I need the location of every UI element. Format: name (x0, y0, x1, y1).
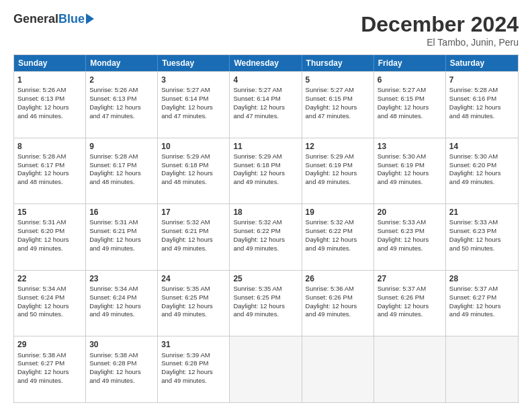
daylight-text: Daylight: 12 hours (306, 302, 357, 310)
daylight-text: Daylight: 12 hours (233, 103, 285, 111)
sunrise-text: Sunrise: 5:38 AM (17, 351, 66, 359)
daylight-text: Daylight: 12 hours (161, 302, 213, 310)
calendar-cell: 12Sunrise: 5:29 AMSunset: 6:19 PMDayligh… (302, 138, 374, 204)
calendar-cell: 11Sunrise: 5:29 AMSunset: 6:18 PMDayligh… (230, 138, 302, 204)
calendar-cell: 25Sunrise: 5:35 AMSunset: 6:25 PMDayligh… (230, 271, 302, 336)
sunrise-text: Sunrise: 5:32 AM (161, 218, 210, 226)
minutes-text: and 49 minutes. (17, 377, 63, 384)
daylight-text: Daylight: 12 hours (233, 169, 285, 177)
calendar-cell: 4Sunrise: 5:27 AMSunset: 6:14 PMDaylight… (230, 72, 302, 138)
sunset-text: Sunset: 6:22 PM (306, 227, 353, 234)
day-number: 7 (449, 75, 515, 85)
sunset-text: Sunset: 6:13 PM (17, 95, 64, 102)
sunset-text: Sunset: 6:24 PM (17, 293, 64, 301)
day-number: 15 (17, 207, 82, 218)
calendar-cell: 27Sunrise: 5:37 AMSunset: 6:26 PMDayligh… (374, 271, 446, 336)
daylight-text: Daylight: 12 hours (161, 103, 213, 111)
subtitle: El Tambo, Junin, Peru (361, 37, 519, 48)
sunset-text: Sunset: 6:25 PM (161, 293, 208, 301)
day-number: 26 (306, 273, 370, 284)
daylight-text: Daylight: 12 hours (161, 368, 213, 375)
minutes-text: and 49 minutes. (378, 310, 423, 318)
sunset-text: Sunset: 6:21 PM (161, 227, 208, 234)
calendar-cell: 2Sunrise: 5:26 AMSunset: 6:13 PMDaylight… (86, 72, 158, 138)
day-number: 6 (378, 75, 442, 85)
daylight-text: Daylight: 12 hours (17, 368, 69, 375)
sunset-text: Sunset: 6:19 PM (306, 161, 353, 169)
minutes-text: and 48 minutes. (449, 112, 495, 120)
daylight-text: Daylight: 12 hours (17, 302, 69, 310)
sunset-text: Sunset: 6:19 PM (378, 161, 425, 169)
minutes-text: and 49 minutes. (306, 244, 351, 252)
day-number: 27 (378, 273, 442, 284)
daylight-text: Daylight: 12 hours (378, 169, 429, 177)
calendar-cell: 9Sunrise: 5:28 AMSunset: 6:17 PMDaylight… (86, 138, 158, 204)
sunrise-text: Sunrise: 5:27 AM (233, 86, 281, 93)
calendar-cell: 22Sunrise: 5:34 AMSunset: 6:24 PMDayligh… (14, 271, 86, 336)
sunset-text: Sunset: 6:26 PM (306, 293, 353, 301)
calendar-cell: 14Sunrise: 5:30 AMSunset: 6:20 PMDayligh… (446, 138, 518, 204)
calendar-cell (446, 336, 518, 402)
day-number: 28 (449, 273, 515, 284)
calendar-cell: 28Sunrise: 5:37 AMSunset: 6:27 PMDayligh… (446, 271, 518, 336)
minutes-text: and 49 minutes. (89, 244, 135, 252)
minutes-text: and 50 minutes. (449, 244, 495, 252)
sunset-text: Sunset: 6:14 PM (233, 95, 280, 102)
calendar-week-row: 22Sunrise: 5:34 AMSunset: 6:24 PMDayligh… (14, 270, 518, 336)
title-block: December 2024 El Tambo, Junin, Peru (361, 12, 519, 48)
minutes-text: and 47 minutes. (161, 112, 207, 120)
sunset-text: Sunset: 6:22 PM (233, 227, 280, 234)
minutes-text: and 49 minutes. (306, 310, 351, 318)
sunset-text: Sunset: 6:20 PM (449, 161, 496, 169)
calendar-cell: 20Sunrise: 5:33 AMSunset: 6:23 PMDayligh… (374, 204, 446, 270)
day-number: 13 (378, 141, 442, 152)
sunset-text: Sunset: 6:18 PM (233, 161, 280, 169)
daylight-text: Daylight: 12 hours (89, 236, 141, 243)
calendar-cell: 23Sunrise: 5:34 AMSunset: 6:24 PMDayligh… (86, 271, 158, 336)
daylight-text: Daylight: 12 hours (233, 302, 285, 310)
sunrise-text: Sunrise: 5:26 AM (17, 86, 66, 93)
sunset-text: Sunset: 6:23 PM (378, 227, 425, 234)
sunrise-text: Sunrise: 5:29 AM (161, 152, 210, 160)
day-number: 25 (233, 273, 298, 284)
logo-blue: Blue (58, 12, 85, 26)
sunrise-text: Sunrise: 5:37 AM (449, 285, 498, 292)
minutes-text: and 48 minutes. (89, 178, 135, 185)
sunset-text: Sunset: 6:21 PM (89, 227, 136, 234)
daylight-text: Daylight: 12 hours (89, 368, 141, 375)
daylight-text: Daylight: 12 hours (449, 302, 501, 310)
calendar-day-header: Friday (374, 55, 446, 71)
daylight-text: Daylight: 12 hours (17, 236, 69, 243)
sunset-text: Sunset: 6:14 PM (161, 95, 208, 102)
calendar-cell: 15Sunrise: 5:31 AMSunset: 6:20 PMDayligh… (14, 204, 86, 270)
sunset-text: Sunset: 6:18 PM (161, 161, 208, 169)
day-number: 2 (89, 75, 154, 85)
minutes-text: and 49 minutes. (17, 244, 63, 252)
calendar-cell: 6Sunrise: 5:27 AMSunset: 6:15 PMDaylight… (374, 72, 446, 138)
calendar-cell (374, 336, 446, 402)
calendar-header-row: SundayMondayTuesdayWednesdayThursdayFrid… (14, 55, 518, 71)
sunrise-text: Sunrise: 5:28 AM (89, 152, 138, 160)
sunrise-text: Sunrise: 5:28 AM (17, 152, 66, 160)
page: General Blue December 2024 El Tambo, Jun… (0, 0, 532, 411)
minutes-text: and 49 minutes. (233, 310, 279, 318)
sunset-text: Sunset: 6:24 PM (89, 293, 136, 301)
calendar-cell (230, 336, 302, 402)
day-number: 10 (161, 141, 226, 152)
sunrise-text: Sunrise: 5:39 AM (161, 351, 210, 359)
sunset-text: Sunset: 6:28 PM (89, 359, 136, 367)
day-number: 18 (233, 207, 298, 218)
sunset-text: Sunset: 6:15 PM (306, 95, 353, 102)
minutes-text: and 49 minutes. (233, 244, 279, 252)
calendar-week-row: 15Sunrise: 5:31 AMSunset: 6:20 PMDayligh… (14, 203, 518, 270)
daylight-text: Daylight: 12 hours (378, 103, 429, 111)
minutes-text: and 47 minutes. (89, 112, 135, 120)
minutes-text: and 49 minutes. (161, 244, 207, 252)
day-number: 17 (161, 207, 226, 218)
minutes-text: and 48 minutes. (161, 178, 207, 185)
sunrise-text: Sunrise: 5:35 AM (233, 285, 281, 292)
daylight-text: Daylight: 12 hours (449, 169, 501, 177)
sunrise-text: Sunrise: 5:27 AM (378, 86, 426, 93)
calendar-body: 1Sunrise: 5:26 AMSunset: 6:13 PMDaylight… (14, 71, 518, 402)
sunrise-text: Sunrise: 5:31 AM (89, 218, 138, 226)
